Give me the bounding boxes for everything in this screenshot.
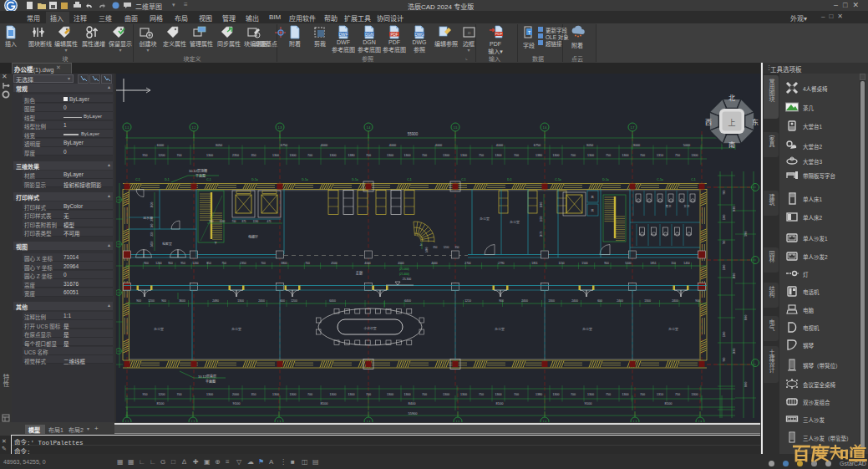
svg-text:1300: 1300 — [272, 393, 279, 396]
svg-text:走廊: 走廊 — [356, 270, 363, 276]
svg-text:上: 上 — [728, 119, 735, 127]
svg-text:7800: 7800 — [744, 231, 748, 237]
svg-text:900: 900 — [499, 299, 504, 303]
svg-text:PDF: PDF — [390, 33, 398, 37]
svg-text:2790: 2790 — [498, 262, 505, 265]
svg-text:9100: 9100 — [233, 401, 241, 405]
svg-text:1210: 1210 — [464, 299, 471, 303]
svg-text:3000: 3000 — [633, 144, 640, 147]
svg-text:8100: 8100 — [665, 401, 673, 405]
svg-text:1310: 1310 — [657, 154, 663, 157]
svg-text:C-1: C-1 — [407, 178, 412, 181]
svg-text:55900: 55900 — [408, 411, 418, 415]
svg-text:1300: 1300 — [330, 393, 337, 396]
svg-text:750: 750 — [221, 262, 226, 265]
svg-text:700: 700 — [422, 154, 427, 157]
svg-text:550: 550 — [209, 220, 213, 223]
svg-text:上: 上 — [419, 242, 423, 247]
svg-text:1400: 1400 — [425, 247, 429, 252]
svg-text:1300: 1300 — [495, 154, 502, 157]
svg-text:西: 西 — [705, 119, 712, 126]
svg-text:1300: 1300 — [548, 299, 555, 303]
svg-text:1300: 1300 — [692, 393, 698, 396]
svg-text:950: 950 — [143, 154, 148, 157]
svg-text:2400: 2400 — [672, 299, 678, 303]
svg-text:1300: 1300 — [443, 393, 449, 396]
svg-text:DWG: DWG — [414, 33, 424, 37]
svg-text:475: 475 — [266, 220, 271, 223]
svg-text:办公室: 办公室 — [510, 220, 520, 224]
svg-text:1300: 1300 — [404, 154, 411, 157]
svg-text:北: 北 — [728, 94, 735, 102]
svg-text:小会议室: 小会议室 — [363, 326, 376, 330]
svg-text:D-1a: D-1a — [352, 178, 358, 181]
svg-text:390: 390 — [150, 217, 154, 221]
svg-text:2000: 2000 — [232, 393, 239, 396]
svg-text:1300: 1300 — [206, 393, 213, 396]
svg-text:1300: 1300 — [290, 154, 297, 157]
svg-text:2400: 2400 — [617, 299, 623, 303]
svg-text:档案室: 档案室 — [162, 242, 172, 246]
svg-text:750: 750 — [606, 393, 611, 396]
svg-text:1200: 1200 — [159, 154, 165, 157]
svg-text:3030: 3030 — [150, 201, 154, 207]
svg-text:5000: 5000 — [683, 144, 690, 147]
svg-text:1300: 1300 — [460, 393, 467, 396]
svg-text:1380: 1380 — [348, 154, 355, 157]
svg-text:1300: 1300 — [723, 264, 726, 270]
svg-text:1310: 1310 — [657, 393, 663, 396]
svg-text:1300: 1300 — [723, 331, 726, 337]
svg-text:4000: 4000 — [431, 262, 438, 265]
svg-text:1650: 1650 — [540, 216, 543, 222]
svg-text:8100: 8100 — [496, 401, 505, 405]
svg-text:750: 750 — [479, 393, 484, 396]
svg-text:700: 700 — [640, 393, 645, 396]
svg-text:700: 700 — [723, 240, 726, 244]
svg-text:1200: 1200 — [291, 299, 297, 303]
svg-text:875: 875 — [241, 220, 246, 223]
svg-text:女卫: 女卫 — [684, 204, 690, 208]
svg-text:3000: 3000 — [733, 273, 736, 278]
svg-text:1-1: 1-1 — [125, 126, 129, 130]
svg-text:1300: 1300 — [622, 154, 629, 157]
svg-text:1300: 1300 — [692, 154, 698, 157]
svg-text:1300: 1300 — [495, 393, 502, 396]
svg-text:1300: 1300 — [553, 154, 560, 157]
svg-text:C-1a: C-1a — [657, 178, 662, 181]
svg-text:700: 700 — [231, 220, 236, 223]
svg-text:办公室: 办公室 — [495, 327, 505, 331]
svg-text:700: 700 — [177, 393, 182, 396]
svg-text:700: 700 — [571, 154, 576, 157]
svg-text:1-7: 1-7 — [631, 126, 635, 130]
svg-text:1300: 1300 — [622, 393, 629, 396]
svg-text:1300: 1300 — [587, 393, 594, 396]
svg-text:3050: 3050 — [586, 144, 593, 147]
svg-text:3450: 3450 — [150, 241, 154, 247]
svg-text:1300: 1300 — [272, 154, 279, 157]
svg-text:6000: 6000 — [744, 314, 748, 320]
svg-text:办公室: 办公室 — [231, 327, 241, 331]
svg-text:2700: 2700 — [464, 262, 471, 265]
svg-text:750: 750 — [675, 154, 680, 157]
svg-text:1200: 1200 — [444, 246, 449, 249]
svg-text:10.12层顶棚: 10.12层顶棚 — [189, 168, 207, 173]
svg-text:电梯厅: 电梯厅 — [248, 234, 258, 239]
svg-text:1851: 1851 — [531, 262, 538, 265]
svg-text:350: 350 — [251, 393, 256, 396]
svg-text:T: T — [528, 30, 531, 35]
svg-text:700: 700 — [307, 154, 312, 157]
svg-text:8100: 8100 — [321, 401, 329, 405]
svg-text:1200: 1200 — [192, 262, 199, 265]
svg-text:350: 350 — [150, 232, 154, 236]
svg-text:1500: 1500 — [581, 262, 588, 265]
svg-text:900: 900 — [604, 262, 609, 265]
svg-text:9100: 9100 — [585, 401, 593, 405]
svg-text:4000: 4000 — [435, 144, 442, 147]
svg-text:6000: 6000 — [733, 206, 736, 212]
svg-text:(21.400): (21.400) — [399, 273, 409, 276]
svg-text:700: 700 — [422, 393, 427, 396]
svg-text:700: 700 — [307, 393, 312, 396]
svg-text:PDF: PDF — [495, 32, 503, 36]
svg-text:750: 750 — [675, 393, 680, 396]
svg-text:950: 950 — [143, 393, 148, 396]
